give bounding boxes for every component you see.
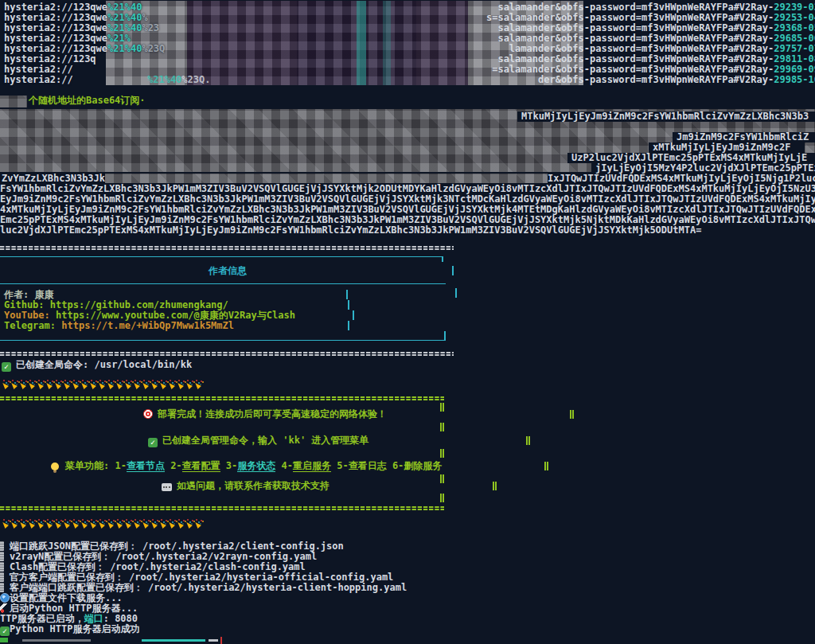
party-popper-row [2,520,203,530]
menu-item-number: 1- [115,460,126,471]
clipped-line-fragment [22,639,91,642]
menu-item-number: 2- [165,460,182,471]
party-popper-icon [37,520,45,529]
party-popper-icon [115,520,124,529]
check-icon [148,435,162,447]
base64-row: luc2VjdXJlPTEmc25pPTExMS4xMTkuMjIyLjEyJm… [0,225,815,236]
author-box-title: 作者信息 [209,266,247,276]
party-popper-icon [177,381,185,390]
log-text: Python HTTP服务器启动成功 [10,624,144,634]
deploy-box-border-top [0,396,444,400]
clipboard-icon [0,552,9,562]
party-popper-icon [63,520,72,529]
party-popper-icon [133,520,142,529]
deploy-box-border-bottom [0,506,444,510]
author-box-border-bottom [0,340,446,341]
party-popper-icon [54,381,63,390]
party-popper-icon [124,381,133,390]
clipboard-icon [0,583,9,593]
menu-item-label: 服务状态 [237,460,275,472]
party-popper-icon [168,381,177,390]
menu-item-number: 3- [220,460,238,471]
party-popper-icon [98,381,107,390]
clipped-line-fragment [209,639,218,642]
menu-items: 菜单功能: 1-查看节点 2-查看配置 3-服务状态 4-重启服务 5-查看日志… [65,461,442,471]
menu-item-label: 查看配置 [182,460,220,472]
party-popper-icon [89,520,98,529]
menu-item-number: 6- [387,460,404,471]
terminal-screen: hysteria2://123qwe%21%40salamander&obfs-… [0,0,815,644]
party-popper-icon [28,520,37,529]
subscription-label-line: 个随机地址的Base64订阅· [0,96,815,106]
party-popper-icon [159,381,168,390]
menu-item-number: 5- [331,460,349,471]
support-text: 如遇问题，请联系作者获取技术支持 [177,481,330,491]
party-popper-icon [150,520,159,529]
party-popper-icon [194,520,203,529]
clipboard-icon [0,562,9,572]
menu-item-label: 重启服务 [293,460,331,472]
base64-fragment: jIyLjEyOjI5MzY4P2luc2VjdXJlPTEmc25pPTExM… [591,163,815,174]
party-popper-icon [185,520,194,529]
party-popper-icon [45,381,54,390]
author-box-border-top [0,256,443,257]
deploy-box-border-piece [493,482,497,490]
author-box-border-piece [353,310,354,320]
party-popper-icon [98,520,107,529]
redacted-mosaic-label [0,96,27,107]
party-popper-icon [37,381,45,390]
telegram-row: Telegram: https://t.me/+WibQp7Mww1k5MmZl [0,321,815,331]
menu-item-label: 查看日志 [349,460,387,471]
author-box-title-row: 作者信息 [0,266,815,276]
deploy-box-border-piece [440,449,444,458]
clipped-line-fragment [142,639,205,642]
global-command-row: 已创建全局命令: /usr/local/bin/kk [0,360,815,370]
deploy-box-border-piece [570,410,574,419]
subscription-label: 个随机地址的Base64订阅· [29,96,146,106]
party-popper-icon [54,520,63,529]
log-row: Python HTTP服务器启动成功 [0,624,815,634]
party-popper-icon [2,520,10,529]
party-popper-icon [142,520,150,529]
party-popper-icon [107,381,115,390]
separator-white [0,246,454,250]
party-popper-icon [19,381,28,390]
party-popper-icon [19,520,28,529]
check-icon [2,360,16,372]
author-box-divider [0,283,446,284]
menu-item-label: 删除服务 [404,460,442,471]
speech-icon [162,482,177,492]
party-popper-icon [2,381,10,390]
deploy-box-border-piece [440,494,444,502]
deploy-box-border-piece [526,436,530,445]
separator-white [0,352,454,356]
party-popper-icon [185,381,194,390]
party-popper-icon [124,520,133,529]
url-prefix: hysteria2:// [4,75,73,85]
party-popper-icon [107,520,115,529]
party-popper-icon [63,381,72,390]
deploy-command-text: 已创建全局管理命令，输入 'kk' 进入管理菜单 [162,435,369,446]
deploy-box-border-piece [440,423,444,431]
menu-row: 菜单功能: 1-查看节点 2-查看配置 3-服务状态 4-重启服务 5-查看日志… [0,461,815,471]
party-popper-icon [28,381,37,390]
party-popper-icon [72,381,80,390]
party-popper-icon [159,520,168,529]
deploy-complete-text: 部署完成！连接成功后即可享受高速稳定的网络体验！ [158,409,387,420]
deploy-command-row: 已创建全局管理命令，输入 'kk' 进入管理菜单 [0,435,815,446]
party-popper-icon [133,381,142,390]
clipboard-icon [0,541,9,552]
clipboard-icon [0,572,9,583]
party-popper-icon [89,381,98,390]
party-popper-icon [142,381,150,390]
telegram-link: Telegram: https://t.me/+WibQp7Mww1k5MmZl [4,321,234,331]
author-box-border-piece [348,321,349,330]
party-popper-icon [72,520,80,529]
global-command-text: 已创建全局命令: /usr/local/bin/kk [16,360,192,370]
hysteria2-url-row: hysteria2://%21%40%23Q.der&obfs-password… [0,75,815,85]
deploy-complete-row: 部署完成！连接成功后即可享受高速稳定的网络体验！ [0,409,815,420]
cursor [220,637,222,644]
support-row: 如遇问题，请联系作者获取技术支持 [0,481,815,491]
party-popper-icon [80,381,89,390]
party-popper-icon [10,520,19,529]
